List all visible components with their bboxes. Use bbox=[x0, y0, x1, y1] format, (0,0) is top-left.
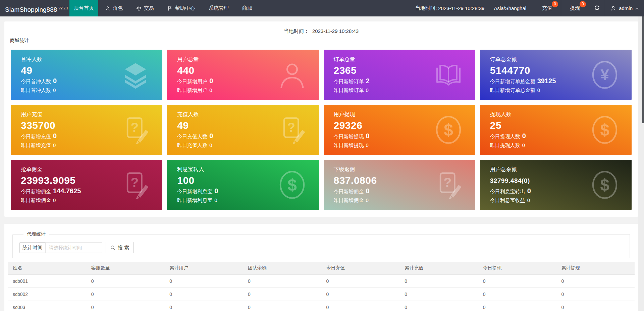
scale-icon bbox=[136, 6, 142, 11]
stat-cards-grid: 首冲人数49今日首冲人数0昨日首冲人数0用户总量440今日新增用户0昨日新增用户… bbox=[4, 43, 638, 212]
local-time-label: 当地时间: bbox=[415, 5, 437, 11]
stat-card-title: 用户充值 bbox=[21, 111, 42, 118]
stat-time-input[interactable] bbox=[45, 242, 102, 253]
user-menu[interactable]: admin bbox=[605, 0, 644, 16]
table-cell: 0 bbox=[321, 301, 400, 311]
table-cell: 0 bbox=[243, 274, 321, 288]
withdraw-badge: 0 bbox=[580, 1, 586, 7]
stat-card-yesterday: 昨日新增充值0 bbox=[21, 142, 56, 149]
shop-stats-panel: 当地时间：2023-11-29 10:28:43 商城统计 首冲人数49今日首冲… bbox=[4, 21, 638, 217]
person-icon bbox=[277, 59, 308, 90]
stat-card-yesterday: 昨日新增用户0 bbox=[177, 87, 212, 94]
table-cell: 0 bbox=[556, 301, 635, 311]
nav-item-3[interactable]: 交易 bbox=[129, 0, 161, 16]
stat-card-title: 用户总量 bbox=[177, 56, 199, 63]
svg-text:?: ? bbox=[131, 120, 139, 135]
table-row: scb0010000000 bbox=[8, 274, 635, 288]
column-header: 累计提现 bbox=[556, 262, 635, 274]
table-cell: 0 bbox=[478, 288, 556, 301]
table-cell: 0 bbox=[478, 274, 556, 288]
svg-text:¥: ¥ bbox=[600, 66, 609, 84]
stat-card-yesterday: 昨日新增佣金0 bbox=[21, 197, 56, 204]
stat-card-yesterday: 昨日新增订单总金额0 bbox=[490, 87, 540, 94]
stat-card-value: 440 bbox=[177, 65, 195, 76]
table-cell: scb001 bbox=[8, 274, 86, 288]
table-cell: 0 bbox=[556, 288, 635, 301]
stat-card-5: 用户充值335700今日新增充值0昨日新增充值0? bbox=[11, 105, 162, 155]
stat-card-4: 订单总金额5144770今日新增订单总金额39125昨日新增订单总金额0¥ bbox=[480, 50, 632, 100]
stat-card-today: 今日新增佣金144.7625 bbox=[21, 187, 81, 195]
stat-card-12: 用户总余额32799.484(0)今日利息宝转出0今日利息宝收益0$ bbox=[480, 160, 632, 210]
stat-card-col: 提现人数25今日提现人数0昨日提现人数0$ bbox=[478, 102, 634, 157]
yen-circle-icon: ¥ bbox=[589, 59, 620, 90]
search-button[interactable]: 搜 索 bbox=[106, 242, 133, 253]
app-version: V2.2.1 bbox=[58, 6, 68, 10]
nav-item-6[interactable]: 商城 bbox=[235, 0, 259, 16]
table-cell: 0 bbox=[86, 274, 165, 288]
nav-item-4[interactable]: 帮助中心 bbox=[161, 0, 202, 16]
nav-item-2[interactable]: 角色 bbox=[98, 0, 129, 16]
nav-item-1[interactable]: 后台首页 bbox=[69, 0, 98, 16]
svg-text:$: $ bbox=[287, 175, 297, 194]
recharge-badge: 0 bbox=[552, 1, 558, 7]
withdraw-button[interactable]: 提现 0 bbox=[561, 0, 589, 16]
edit-doc-icon: ? bbox=[120, 114, 151, 145]
stat-card-8: 提现人数25今日提现人数0昨日提现人数0$ bbox=[480, 105, 632, 155]
table-cell: scb002 bbox=[8, 288, 86, 301]
layers-icon bbox=[120, 59, 151, 90]
book-icon bbox=[433, 59, 464, 90]
panel-local-time: 当地时间：2023-11-29 10:28:43 bbox=[4, 21, 638, 34]
stat-card-title: 订单总金额 bbox=[490, 56, 517, 63]
column-header: 今日提现 bbox=[478, 262, 556, 274]
column-header: 累计充值 bbox=[399, 262, 478, 274]
table-cell: 0 bbox=[164, 274, 243, 288]
table-cell: 0 bbox=[399, 274, 478, 288]
stat-card-col: 首冲人数49今日首冲人数0昨日首冲人数0 bbox=[8, 47, 165, 102]
stat-card-today: 今日利息宝转出0 bbox=[490, 187, 531, 195]
table-cell: 0 bbox=[164, 301, 243, 311]
stat-card-value: 25 bbox=[490, 120, 501, 131]
stat-card-value: 837.0806 bbox=[334, 175, 377, 186]
table-cell: 0 bbox=[478, 301, 556, 311]
stat-card-yesterday: 昨日新增佣金0 bbox=[334, 197, 369, 204]
stat-card-today: 今日新增提现0 bbox=[334, 132, 370, 140]
column-header: 姓名 bbox=[8, 262, 86, 274]
refresh-button[interactable] bbox=[589, 0, 605, 16]
stat-card-7: 用户提现29326今日新增提现0昨日新增提现0$ bbox=[324, 105, 475, 155]
stat-card-yesterday: 昨日新增利息宝0 bbox=[177, 197, 217, 204]
stat-card-col: 充值人数49今日充值人数0昨日充值人数0? bbox=[165, 102, 321, 157]
stat-card-col: 下级返佣837.0806今日新增佣金0昨日新增佣金0? bbox=[321, 157, 478, 212]
edit-doc-icon: ? bbox=[277, 114, 308, 145]
stat-card-value: 49 bbox=[177, 120, 189, 131]
nav-item-5[interactable]: 系统管理 bbox=[202, 0, 235, 16]
filter-label: 统计时间 bbox=[19, 242, 46, 253]
edit-doc-icon: ? bbox=[433, 169, 464, 200]
stat-card-col: 抢单佣金23993.9095今日新增佣金144.7625昨日新增佣金0? bbox=[8, 157, 165, 212]
stat-card-yesterday: 昨日提现人数0 bbox=[490, 142, 525, 149]
username-label: admin bbox=[619, 5, 633, 11]
section-title-shop-stats: 商城统计 bbox=[10, 38, 638, 43]
column-header: 累计用户 bbox=[164, 262, 243, 274]
stat-card-2: 用户总量440今日新增用户0昨日新增用户0 bbox=[167, 50, 319, 100]
top-navbar: SiamShopping888V2.2.1 后台首页角色交易帮助中心系统管理商城… bbox=[0, 0, 644, 16]
scrollbar-thumb[interactable] bbox=[642, 16, 644, 123]
stat-card-today: 今日新增充值0 bbox=[21, 132, 57, 140]
table-cell: sc003 bbox=[8, 301, 86, 311]
svg-text:?: ? bbox=[443, 175, 451, 190]
svg-text:?: ? bbox=[131, 175, 139, 190]
stat-card-col: 订单总金额5144770今日新增订单总金额39125昨日新增订单总金额0¥ bbox=[478, 47, 634, 102]
table-row: scb0020000000 bbox=[8, 288, 635, 301]
stat-card-title: 首冲人数 bbox=[21, 56, 42, 63]
stat-card-title: 用户提现 bbox=[334, 111, 355, 118]
stat-card-today: 今日新增订单总金额39125 bbox=[490, 77, 556, 85]
agent-stats-fieldset: 代理统计 统计时间 搜 索 bbox=[12, 231, 630, 258]
main-content: 当地时间：2023-11-29 10:28:43 商城统计 首冲人数49今日首冲… bbox=[4, 21, 638, 311]
stat-card-value: 29326 bbox=[334, 120, 363, 131]
filter-row: 统计时间 搜 索 bbox=[19, 242, 623, 253]
stat-card-title: 充值人数 bbox=[177, 111, 199, 118]
table-cell: 0 bbox=[164, 288, 243, 301]
nav-right: 当地时间: 2023-11-29 10:28:39 Asia/Shanghai … bbox=[415, 0, 644, 16]
stat-card-value: 23993.9095 bbox=[21, 175, 76, 186]
recharge-button[interactable]: 充值 0 bbox=[533, 0, 561, 16]
stat-card-value: 5144770 bbox=[490, 65, 530, 76]
